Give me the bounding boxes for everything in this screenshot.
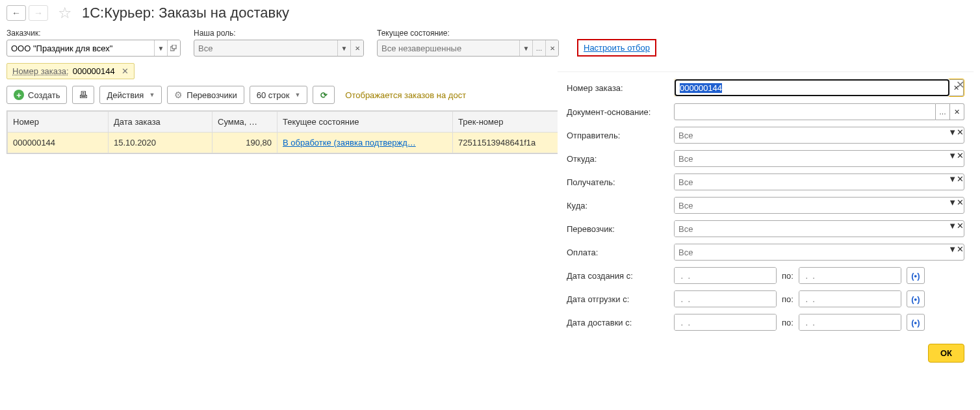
from-combo[interactable]: ▼ ✕ (674, 150, 964, 154)
nav-back-button[interactable]: ← (6, 5, 26, 21)
print-icon: 🖶 (79, 90, 88, 100)
state-clear-icon[interactable]: ✕ (545, 40, 558, 56)
state-link[interactable]: В обработке (заявка подтвержд… (283, 138, 416, 147)
panel-close-icon[interactable]: ✕ (956, 79, 964, 91)
filter-panel: ✕ Номер заказа: ✕ Документ-основание: … … (558, 71, 974, 154)
from-label: Откуда: (567, 154, 674, 155)
from-clear-icon[interactable]: ✕ (957, 151, 964, 154)
from-input[interactable] (675, 151, 948, 154)
col-sum[interactable]: Сумма, … (213, 112, 277, 133)
cell-date: 15.10.2020 (109, 133, 213, 153)
sender-clear-icon[interactable]: ✕ (957, 127, 964, 143)
role-input (194, 40, 337, 56)
cell-number: 000000144 (8, 133, 109, 153)
state-combo[interactable]: ▼ … ✕ (377, 40, 559, 57)
customer-combo[interactable]: ▼ (6, 40, 181, 57)
base-doc-label: Документ-основание: (567, 107, 674, 117)
lines-button[interactable]: 60 строк ▼ (250, 86, 308, 104)
customer-input[interactable] (7, 40, 154, 56)
chip-value: 000000144 (73, 66, 115, 76)
carriers-button[interactable]: ⚙ Перевозчики (167, 86, 244, 104)
page-title: 1С:Курьер: Заказы на доставку (82, 5, 289, 21)
create-label: Создать (28, 90, 60, 100)
role-dropdown-icon[interactable]: ▼ (337, 40, 350, 56)
cell-sum: 190,80 (213, 133, 277, 153)
svg-rect-1 (172, 45, 176, 49)
refresh-button[interactable]: ⟳ (313, 86, 335, 104)
col-state[interactable]: Текущее состояние (277, 112, 453, 133)
base-doc-more-icon[interactable]: … (936, 103, 950, 120)
col-number[interactable]: Номер (8, 112, 109, 133)
order-num-input[interactable] (675, 79, 949, 96)
actions-button[interactable]: Действия ▼ (99, 86, 162, 104)
carriers-label: Перевозчики (187, 90, 237, 100)
print-button[interactable]: 🖶 (72, 86, 94, 104)
sender-combo[interactable]: ▼ ✕ (674, 127, 964, 144)
chip-remove-icon[interactable]: ✕ (122, 66, 129, 76)
sender-dropdown-icon[interactable]: ▼ (948, 127, 957, 143)
state-dropdown-icon[interactable]: ▼ (519, 40, 532, 56)
configure-filter-link[interactable]: Настроить отбор (577, 39, 656, 57)
actions-label: Действия (107, 90, 144, 100)
base-doc-clear-icon[interactable]: ✕ (950, 103, 964, 120)
from-dropdown-icon[interactable]: ▼ (948, 151, 957, 154)
lines-label: 60 строк (257, 90, 290, 100)
role-label: Наша роль: (194, 29, 364, 38)
sender-label: Отправитель: (567, 131, 674, 140)
order-num-label: Номер заказа: (567, 83, 674, 93)
caret-down-icon: ▼ (149, 92, 155, 98)
favorite-star-icon[interactable]: ☆ (56, 4, 74, 22)
role-combo[interactable]: ▼ ✕ (194, 40, 364, 57)
caret-down-icon: ▼ (294, 92, 300, 98)
refresh-icon: ⟳ (320, 90, 328, 100)
summary-text: Отображается заказов на дост (345, 90, 466, 100)
gear-icon: ⚙ (174, 90, 183, 100)
nav-forward-button[interactable]: → (29, 5, 48, 21)
customer-label: Заказчик: (6, 29, 181, 38)
state-more-icon[interactable]: … (532, 40, 545, 56)
base-doc-input[interactable] (674, 103, 936, 120)
role-clear-icon[interactable]: ✕ (350, 40, 363, 56)
customer-dropdown-icon[interactable]: ▼ (154, 40, 167, 56)
chip-label: Номер заказа: (12, 66, 69, 76)
col-date[interactable]: Дата заказа (109, 112, 213, 133)
customer-popup-icon[interactable] (167, 40, 180, 56)
state-label: Текущее состояние: (377, 29, 559, 38)
state-input (378, 40, 519, 56)
plus-icon: + (14, 90, 24, 100)
sender-input[interactable] (675, 127, 948, 143)
cell-state: В обработке (заявка подтвержд… (277, 133, 453, 153)
filter-chip: Номер заказа: 000000144 ✕ (6, 63, 135, 79)
create-button[interactable]: + Создать (6, 86, 67, 104)
